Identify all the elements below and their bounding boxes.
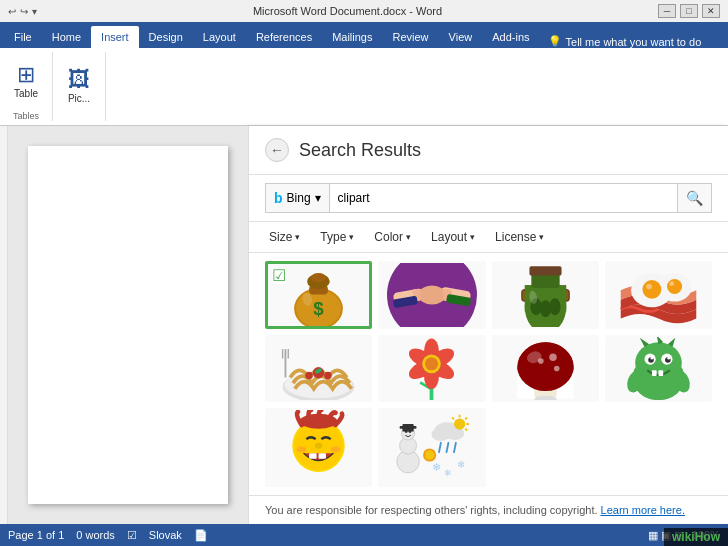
table-label: Table <box>14 88 38 99</box>
tab-references[interactable]: References <box>246 26 322 48</box>
image-item-money-bag[interactable]: $ <box>265 261 372 329</box>
image-item-flower[interactable] <box>378 335 485 403</box>
table-icon: ⊞ <box>17 62 35 88</box>
tab-addins[interactable]: Add-ins <box>482 26 539 48</box>
tab-insert[interactable]: Insert <box>91 26 139 48</box>
title-bar: ↩ ↪ ▾ Microsoft Word Document.docx - Wor… <box>0 0 728 22</box>
status-bar: Page 1 of 1 0 words ☑ Slovak 📄 ▦ ▣ ▤ 100… <box>0 524 728 546</box>
search-provider-bing[interactable]: b Bing ▾ <box>265 183 329 213</box>
help-area: 💡 Tell me what you want to do <box>548 35 702 48</box>
wikihow-watermark: wikiHow <box>664 528 728 546</box>
panel-title: Search Results <box>299 140 421 161</box>
license-arrow-icon: ▾ <box>539 232 544 242</box>
svg-line-102 <box>447 443 449 452</box>
laughing-face-svg <box>281 410 356 485</box>
svg-line-99 <box>466 429 468 431</box>
svg-line-97 <box>466 418 468 420</box>
svg-point-84 <box>331 447 340 453</box>
learn-more-link[interactable]: Learn more here. <box>601 504 685 516</box>
image-item-handshake[interactable] <box>378 261 485 329</box>
svg-line-100 <box>453 418 455 420</box>
svg-point-30 <box>642 280 661 299</box>
online-pictures-panel: ← Search Results b Bing ▾ 🔍 Size ▾ Type … <box>248 126 728 524</box>
image-item-monster[interactable] <box>605 335 712 403</box>
handshake-svg <box>392 265 472 325</box>
page-count: Page 1 of 1 <box>8 529 64 541</box>
minimize-button[interactable]: ─ <box>658 4 676 18</box>
search-icon: 🔍 <box>686 190 703 206</box>
image-item-weather[interactable]: ❄ ❄ ❄ <box>378 408 485 487</box>
tab-review[interactable]: Review <box>383 26 439 48</box>
image-grid: $ <box>249 253 728 495</box>
svg-point-108 <box>425 450 434 459</box>
redo-icon[interactable]: ↪ <box>20 6 28 17</box>
undo-icon[interactable]: ↩ <box>8 6 16 17</box>
ribbon-content: ⊞ Table Tables 🖼 Pic... <box>0 48 728 126</box>
how-text: How <box>695 530 720 544</box>
svg-point-72 <box>667 357 670 360</box>
provider-arrow-icon: ▾ <box>315 191 321 205</box>
svg-point-83 <box>297 447 306 453</box>
copyright-notice: You are responsible for respecting other… <box>249 495 728 524</box>
document-area[interactable] <box>8 126 248 524</box>
filter-license-label: License <box>495 230 536 244</box>
svg-point-80 <box>315 443 323 449</box>
tab-home[interactable]: Home <box>42 26 91 48</box>
maximize-button[interactable]: □ <box>680 4 698 18</box>
search-bar: b Bing ▾ 🔍 <box>249 175 728 222</box>
type-arrow-icon: ▾ <box>349 232 354 242</box>
filter-license[interactable]: License ▾ <box>491 228 548 246</box>
tab-view[interactable]: View <box>439 26 483 48</box>
image-item-jar[interactable] <box>492 261 599 329</box>
filter-type[interactable]: Type ▾ <box>316 228 358 246</box>
svg-point-95 <box>454 418 465 429</box>
filter-size[interactable]: Size ▾ <box>265 228 304 246</box>
table-button[interactable]: ⊞ Table <box>8 58 44 103</box>
image-item-eggs-bacon[interactable] <box>605 261 712 329</box>
svg-point-32 <box>646 283 652 289</box>
image-item-laughing-face[interactable] <box>265 408 372 487</box>
svg-text:$: $ <box>313 298 324 319</box>
ribbon-tabs: File Home Insert Design Layout Reference… <box>0 22 728 48</box>
eggs-bacon-svg <box>616 261 701 329</box>
copyright-text: You are responsible for respecting other… <box>265 504 598 516</box>
svg-point-71 <box>650 357 653 360</box>
image-item-mushroom[interactable] <box>492 335 599 403</box>
quick-access-toolbar: ↩ ↪ ▾ <box>8 6 37 17</box>
svg-point-9 <box>418 285 445 304</box>
svg-point-26 <box>549 299 560 316</box>
pictures-button[interactable]: 🖼 Pic... <box>61 63 97 108</box>
image-item-pasta[interactable] <box>265 335 372 403</box>
spell-check-icon[interactable]: ☑ <box>127 529 137 542</box>
back-button[interactable]: ← <box>265 138 289 162</box>
main-area: ← Search Results b Bing ▾ 🔍 Size ▾ Type … <box>0 126 728 524</box>
filter-color[interactable]: Color ▾ <box>370 228 415 246</box>
help-icon: 💡 <box>548 35 562 48</box>
monster-svg <box>621 335 696 403</box>
svg-rect-81 <box>309 453 317 459</box>
svg-rect-73 <box>652 371 657 377</box>
filter-layout[interactable]: Layout ▾ <box>427 228 479 246</box>
tab-file[interactable]: File <box>4 26 42 48</box>
search-button[interactable]: 🔍 <box>678 183 712 213</box>
svg-point-33 <box>669 281 674 286</box>
svg-rect-82 <box>319 453 327 459</box>
bing-logo: b <box>274 190 283 206</box>
svg-rect-91 <box>400 426 417 429</box>
tab-layout[interactable]: Layout <box>193 26 246 48</box>
svg-point-59 <box>538 358 544 364</box>
layout-arrow-icon: ▾ <box>470 232 475 242</box>
svg-point-31 <box>667 279 682 294</box>
search-input[interactable] <box>329 183 678 213</box>
tab-mailings[interactable]: Mailings <box>322 26 382 48</box>
close-button[interactable]: ✕ <box>702 4 720 18</box>
svg-point-60 <box>549 353 557 361</box>
language[interactable]: Slovak <box>149 529 182 541</box>
svg-text:❄: ❄ <box>457 459 465 470</box>
tab-design[interactable]: Design <box>139 26 193 48</box>
bing-label: Bing <box>287 191 311 205</box>
filter-bar: Size ▾ Type ▾ Color ▾ Layout ▾ License ▾ <box>249 222 728 253</box>
svg-point-4 <box>311 273 326 282</box>
svg-text:❄: ❄ <box>432 461 441 473</box>
svg-line-101 <box>439 443 441 452</box>
